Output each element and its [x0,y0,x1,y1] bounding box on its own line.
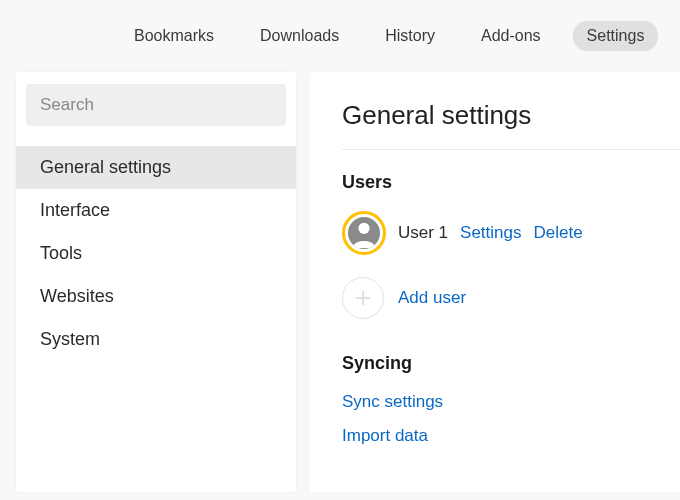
sidebar-item-tools[interactable]: Tools [16,232,296,275]
person-icon [348,217,380,249]
sidebar-item-general[interactable]: General settings [16,146,296,189]
sidebar-item-system[interactable]: System [16,318,296,361]
sidebar-item-interface[interactable]: Interface [16,189,296,232]
user-settings-link[interactable]: Settings [460,223,521,243]
add-user-link[interactable]: Add user [398,288,466,308]
add-user-row: Add user [342,277,680,319]
sidebar-menu: General settings Interface Tools Website… [16,146,296,361]
settings-sidebar: General settings Interface Tools Website… [16,72,296,492]
user-row: User 1 Settings Delete [342,211,680,255]
sidebar-item-websites[interactable]: Websites [16,275,296,318]
user-name: User 1 [398,223,448,243]
tab-addons[interactable]: Add-ons [467,21,555,51]
sync-links: Sync settings Import data [342,392,680,446]
user-delete-link[interactable]: Delete [534,223,583,243]
search-input[interactable] [26,84,286,126]
sync-settings-link[interactable]: Sync settings [342,392,680,412]
content-area: General settings Interface Tools Website… [0,72,680,492]
tab-history[interactable]: History [371,21,449,51]
add-user-button[interactable] [342,277,384,319]
tab-protection[interactable]: Prot [676,21,680,51]
page-title: General settings [342,100,680,150]
import-data-link[interactable]: Import data [342,426,680,446]
tab-settings[interactable]: Settings [573,21,659,51]
avatar[interactable] [342,211,386,255]
users-heading: Users [342,172,680,193]
top-tabbar: Bookmarks Downloads History Add-ons Sett… [0,0,680,72]
syncing-heading: Syncing [342,353,680,374]
svg-point-0 [358,223,369,234]
tab-downloads[interactable]: Downloads [246,21,353,51]
plus-icon [354,289,372,307]
tab-bookmarks[interactable]: Bookmarks [120,21,228,51]
main-panel: General settings Users User 1 Settings D… [310,72,680,492]
